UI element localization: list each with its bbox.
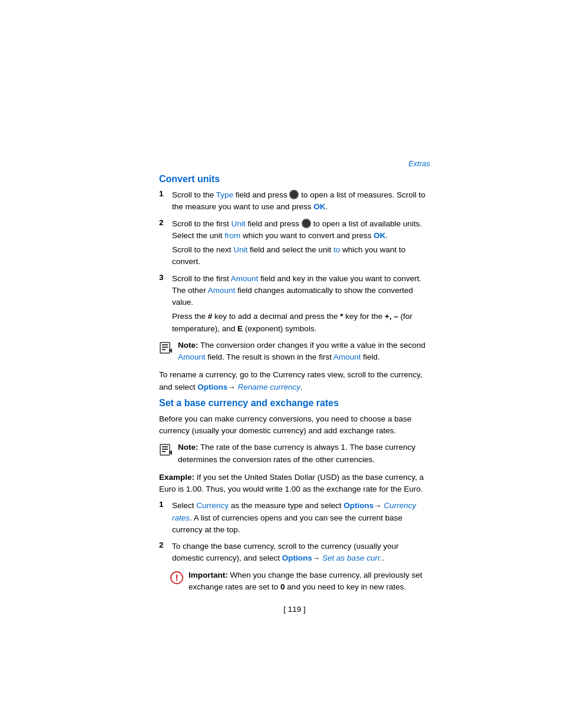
convert-units-section: Convert units 1 Scroll to the Type field…: [159, 174, 430, 393]
step-3-content: Scroll to the first Amount field and key…: [172, 273, 430, 309]
note-text-base: Note: The rate of the base currency is a…: [178, 442, 430, 466]
important-box: ! Important: When you change the base cu…: [170, 569, 430, 594]
amount-link-note2: Amount: [333, 353, 361, 361]
page-number: [ 119 ]: [159, 605, 430, 614]
base-step-2: 2 To change the base currency, scroll to…: [159, 541, 430, 565]
type-link: Type: [216, 190, 233, 199]
amount-link-note: Amount: [178, 353, 206, 361]
note-icon-base: [159, 443, 173, 457]
from-link: from: [224, 231, 240, 240]
amount-link-2: Amount: [208, 286, 236, 295]
svg-rect-8: [162, 451, 166, 452]
convert-units-title: Convert units: [159, 174, 430, 185]
step-2-indent: Scroll to the next Unit field and select…: [172, 244, 430, 268]
amount-link-1: Amount: [231, 274, 259, 283]
unit-link-2: Unit: [233, 245, 247, 254]
note-text-convert: Note: The conversion order changes if yo…: [178, 340, 430, 364]
step-3-indent: Press the # key to add a decimal and pre…: [172, 311, 430, 335]
step-1: 1 Scroll to the Type field and press to …: [159, 189, 430, 213]
base-step-2-content: To change the base currency, scroll to t…: [172, 541, 430, 565]
important-icon: !: [170, 571, 184, 585]
svg-rect-1: [162, 344, 168, 345]
base-step-1-content: Select Currency as the measure type and …: [172, 500, 430, 536]
currency-link: Currency: [196, 501, 229, 510]
step-2: 2 Scroll to the first Unit field and pre…: [159, 218, 430, 242]
set-base-currency-section: Set a base currency and exchange rates B…: [159, 398, 430, 614]
base-step-2-num: 2: [159, 541, 170, 565]
note-box-convert: Note: The conversion order changes if yo…: [159, 340, 430, 364]
step-1-num: 1: [159, 189, 170, 213]
unit-link-1: Unit: [232, 219, 246, 228]
content-area: Extras Convert units 1 Scroll to the Typ…: [159, 159, 430, 620]
step-1-content: Scroll to the Type field and press to op…: [172, 189, 430, 213]
step-2-num: 2: [159, 218, 170, 242]
step-3-num: 3: [159, 273, 170, 309]
set-as-base-link: Set as base curr.: [322, 554, 382, 562]
base-step-1: 1 Select Currency as the measure type an…: [159, 500, 430, 536]
rename-currency-text: To rename a currency, go to the Currency…: [159, 369, 430, 393]
extras-label: Extras: [159, 159, 430, 168]
svg-text:!: !: [176, 573, 178, 582]
step-2-content: Scroll to the first Unit field and press…: [172, 218, 430, 242]
svg-rect-6: [162, 446, 168, 447]
svg-rect-2: [162, 347, 168, 348]
example-text: Example: If you set the United States Do…: [159, 472, 430, 496]
page: Extras Convert units 1 Scroll to the Typ…: [0, 0, 562, 728]
to-link: to: [333, 245, 340, 254]
ok-link-2: OK: [373, 231, 385, 240]
ok-link-1: OK: [313, 202, 325, 211]
set-base-currency-intro: Before you can make currency conversions…: [159, 413, 430, 437]
options-link-2: Options: [282, 554, 312, 562]
base-step-1-num: 1: [159, 500, 170, 536]
options-link-1: Options: [343, 501, 373, 510]
svg-rect-3: [162, 349, 166, 350]
set-base-currency-title: Set a base currency and exchange rates: [159, 398, 430, 409]
important-text: Important: When you change the base curr…: [189, 569, 430, 594]
svg-rect-7: [162, 449, 168, 450]
note-icon-convert: [159, 341, 173, 355]
step-3: 3 Scroll to the first Amount field and k…: [159, 273, 430, 309]
note-box-base-currency: Note: The rate of the base currency is a…: [159, 442, 430, 466]
options-link-rename: Options: [197, 383, 227, 391]
rename-currency-link: Rename currency: [238, 383, 301, 391]
